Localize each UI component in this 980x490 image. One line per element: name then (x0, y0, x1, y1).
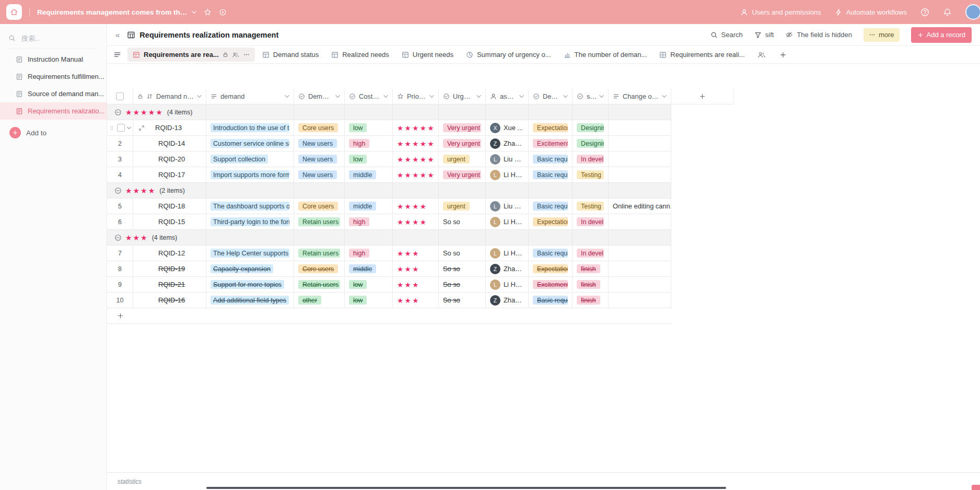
select-all-cell[interactable] (107, 89, 133, 104)
cell-state[interactable]: finish (573, 261, 609, 276)
cell-priority[interactable]: ★★★ (393, 246, 439, 261)
cell-demand-type[interactable]: Expectation... (529, 120, 573, 135)
cell-cost[interactable]: low (345, 151, 393, 167)
column-menu-caret-icon[interactable] (662, 94, 667, 99)
column-header-type[interactable]: Deman... (529, 89, 573, 104)
cell-demand-number[interactable]: RQID-20 (133, 151, 206, 167)
add-column-button[interactable] (671, 89, 734, 104)
add-row-button[interactable] (107, 308, 133, 323)
cell-state[interactable]: Designing (573, 120, 609, 135)
cell-assignee[interactable]: ZZhan... (486, 261, 529, 276)
cell-demand-number[interactable]: RQID-12 (133, 246, 206, 261)
notifications-bell-icon[interactable] (943, 8, 952, 17)
column-menu-caret-icon[interactable] (197, 94, 202, 99)
column-menu-caret-icon[interactable] (429, 94, 434, 99)
cell-demand[interactable]: Add additional field types (206, 293, 294, 308)
column-menu-caret-icon[interactable] (285, 94, 289, 99)
cell-demand-number[interactable]: RQID-13 (133, 120, 206, 135)
cell-demand[interactable]: Capacity expansion (206, 261, 294, 276)
group-header-row-1[interactable]: ★★★★(2 items) (107, 183, 671, 199)
cell-demand[interactable]: The Help Center supports ans (206, 246, 294, 261)
row-number-cell[interactable]: 9 (107, 277, 133, 292)
cell-demand-source[interactable]: New users (294, 167, 345, 182)
cell-state[interactable]: In devel... (573, 246, 609, 261)
favorite-star-icon[interactable] (204, 8, 212, 16)
cell-cost[interactable]: middle (345, 261, 393, 276)
cell-demand-source[interactable]: Retain users (294, 246, 345, 261)
cell-priority[interactable]: ★★★★★ (393, 167, 439, 182)
hidden-fields-button[interactable]: The field is hidden (785, 31, 852, 39)
filter-button[interactable]: sift (754, 31, 774, 39)
cell-demand-source[interactable]: Retain users (294, 214, 345, 229)
cell-urgency[interactable]: So so (439, 214, 486, 229)
workspace-title[interactable]: Requirements management comes from the t… (37, 8, 189, 16)
cell-demand-type[interactable]: Basic requir... (529, 246, 573, 261)
row-number-cell[interactable]: 5 (107, 199, 133, 214)
cell-priority[interactable]: ★★★★★ (393, 151, 439, 167)
cell-assignee[interactable]: LLi Hui... (486, 167, 529, 182)
cell-change[interactable] (609, 277, 671, 292)
column-menu-caret-icon[interactable] (519, 94, 524, 99)
table-row-RQID-17[interactable]: 4RQID-17Import supports more formatsNew … (107, 167, 671, 183)
cell-change[interactable] (609, 261, 671, 276)
table-row-RQID-19[interactable]: 8RQID-19Capacity expansionCore usersmidd… (107, 261, 671, 277)
column-header-state[interactable]: state (573, 89, 609, 104)
view-tab-5[interactable]: The number of deman... (558, 48, 652, 62)
column-menu-caret-icon[interactable] (563, 94, 568, 99)
sidebar-item-1[interactable]: Requirements fulfillmen... (0, 68, 107, 85)
cell-cost[interactable]: low (345, 277, 393, 292)
cell-assignee[interactable]: LLiu Lu... (486, 151, 529, 167)
view-tab-3[interactable]: Urgent needs (396, 48, 459, 62)
drag-handle-icon[interactable] (109, 125, 115, 131)
cell-demand[interactable]: Support collection (206, 151, 294, 167)
cell-demand-source[interactable]: Core users (294, 261, 345, 276)
cell-demand[interactable]: Third-party login to the forum (206, 214, 294, 229)
cell-assignee[interactable]: LLi Hui... (486, 277, 529, 292)
search-button[interactable]: Search (710, 31, 743, 39)
cell-change[interactable] (609, 120, 671, 135)
column-header-id[interactable]: Demand nu... (133, 89, 206, 104)
cell-change[interactable] (609, 136, 671, 151)
view-tab-4[interactable]: Summary of urgency o... (461, 48, 556, 62)
cell-demand-type[interactable]: Expectation... (529, 214, 573, 229)
view-tab-1[interactable]: Demand status (257, 48, 324, 62)
column-header-cost[interactable]: Cost of d... (345, 89, 393, 104)
row-number-cell[interactable]: 8 (107, 261, 133, 276)
select-all-checkbox[interactable] (116, 92, 124, 100)
cell-demand-source[interactable]: other (294, 293, 345, 308)
row-checkbox[interactable] (117, 124, 125, 132)
cell-demand-type[interactable]: Basic requir... (529, 167, 573, 182)
column-menu-caret-icon[interactable] (335, 94, 340, 99)
cell-demand[interactable]: Introduction to the use of tem (206, 120, 294, 135)
cell-assignee[interactable]: XXue ... (486, 120, 529, 135)
table-row-RQID-21[interactable]: 9RQID-21Support for more topicsRetain us… (107, 277, 671, 293)
column-menu-caret-icon[interactable] (383, 94, 388, 99)
column-header-assignee[interactable]: assign... (486, 89, 529, 104)
workspace-caret-icon[interactable] (192, 10, 196, 15)
add-table-button[interactable]: Add to (9, 127, 107, 138)
users-permissions-button[interactable]: Users and permissions (740, 8, 821, 16)
collapse-group-icon[interactable] (114, 109, 122, 116)
row-number-cell[interactable]: 7 (107, 246, 133, 261)
cell-cost[interactable]: middle (345, 199, 393, 214)
cell-assignee[interactable]: ZZhan... (486, 293, 529, 308)
cell-demand-type[interactable]: Basic requir... (529, 199, 573, 214)
cell-cost[interactable]: high (345, 214, 393, 229)
user-avatar[interactable] (965, 4, 980, 20)
column-menu-caret-icon[interactable] (476, 94, 481, 99)
cell-cost[interactable]: low (345, 293, 393, 308)
row-number-cell[interactable]: 2 (107, 136, 133, 151)
collapse-sidebar-button[interactable]: « (115, 31, 120, 39)
horizontal-scrollbar[interactable] (206, 487, 726, 489)
cell-priority[interactable]: ★★★ (393, 293, 439, 308)
cell-state[interactable]: Designing (573, 136, 609, 151)
cell-demand-source[interactable]: New users (294, 151, 345, 167)
view-tab-6[interactable]: Requirements are reali... (654, 48, 750, 62)
table-row-RQID-14[interactable]: 2RQID-14Customer service online suppNew … (107, 136, 671, 151)
share-view-icon[interactable] (757, 51, 766, 59)
group-header-row-0[interactable]: ★★★★★(4 items) (107, 104, 671, 120)
row-number-cell[interactable]: 10 (107, 293, 133, 308)
cell-urgency[interactable]: So so (439, 277, 486, 292)
row-number-cell[interactable]: 6 (107, 214, 133, 229)
add-view-icon[interactable] (779, 51, 787, 59)
